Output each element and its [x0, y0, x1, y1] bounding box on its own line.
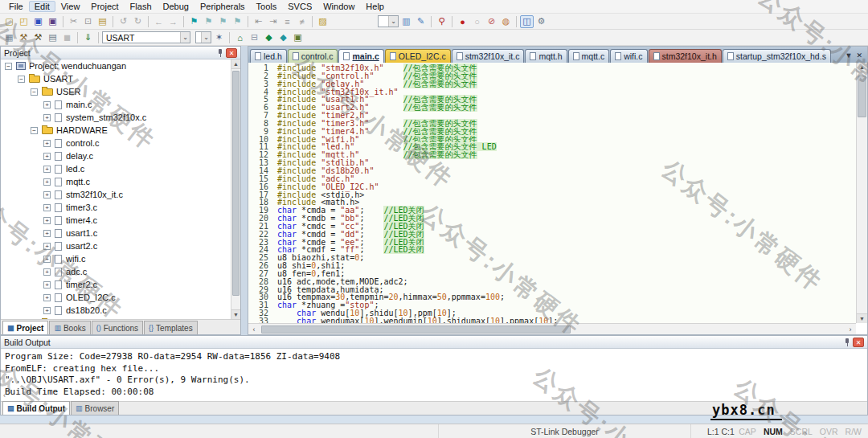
tree-item-timer4-c[interactable]: +timer4.c	[1, 214, 231, 227]
expander-icon[interactable]: +	[43, 153, 51, 160]
menu-tools[interactable]: Tools	[251, 1, 283, 12]
indent-icon[interactable]: ⇥	[266, 15, 280, 28]
target-dropdown[interactable]: ⌄	[195, 31, 211, 43]
menu-project[interactable]: Project	[85, 1, 124, 12]
breakpoint-enable-all-icon[interactable]: ◍	[499, 15, 513, 28]
options-for-target-icon[interactable]: ✶	[212, 31, 226, 44]
tree-item-timer2-c[interactable]: +timer2.c	[1, 278, 231, 291]
tree-item-system-stm32f10x-c[interactable]: +system_stm32f10x.c	[1, 111, 231, 124]
close-icon[interactable]: ✕	[226, 48, 237, 58]
panel-tab-build-output[interactable]: ▤Build Output	[2, 401, 70, 415]
paste-icon[interactable]: ▤	[96, 15, 109, 28]
scroll-left-icon[interactable]: ‹	[3, 391, 6, 399]
tab-list-icon[interactable]: ▼	[845, 51, 853, 59]
expander-icon[interactable]: +	[43, 243, 51, 250]
new-file-icon[interactable]: ▢	[2, 15, 16, 28]
tree-item-hardware[interactable]: −HARDWARE	[1, 124, 231, 137]
tree-item-usart1-c[interactable]: +usart1.c	[1, 227, 231, 239]
stop-build-icon[interactable]: ◼	[60, 31, 74, 44]
tab-close-icon[interactable]: ✕	[856, 51, 862, 59]
scrollbar-thumb[interactable]	[261, 325, 571, 334]
expander-icon[interactable]: −	[5, 63, 12, 70]
scroll-down-icon[interactable]: ▼	[231, 309, 240, 319]
select-software-packs-icon[interactable]: ◆	[276, 31, 290, 44]
runtime-environment-icon[interactable]: ◆	[262, 31, 276, 44]
panel-tab-project[interactable]: ▦Project	[2, 321, 48, 334]
tree-item-timer3-c[interactable]: +timer3.c	[1, 201, 231, 214]
tree-item-oled-i2c-c[interactable]: +OLED_I2C.c	[1, 291, 231, 304]
rebuild-icon[interactable]: ⚒	[31, 31, 45, 44]
expander-icon[interactable]: +	[43, 281, 51, 289]
expander-icon[interactable]: −	[31, 88, 38, 96]
configure-tools-icon[interactable]: ⚙	[534, 15, 548, 28]
menu-window[interactable]: Window	[317, 1, 360, 12]
code-line[interactable]: 33 char wendumax[10],wendumin[10],shidum…	[248, 317, 856, 323]
menu-flash[interactable]: Flash	[125, 1, 158, 12]
undo-icon[interactable]: ↺	[117, 15, 130, 28]
editor-tab-oled-i2c-c[interactable]: OLED_I2C.c	[385, 49, 451, 63]
editor-tab-startup-stm32f10x-hd-s[interactable]: startup_stm32f10x_hd.s	[723, 49, 831, 63]
tree-item-led-c[interactable]: +led.c	[1, 162, 231, 175]
expander-icon[interactable]: +	[43, 217, 51, 224]
save-all-icon[interactable]: ▣	[46, 15, 59, 28]
editor-vertical-scrollbar[interactable]: ▲ ▼	[856, 63, 867, 323]
tree-item-usart[interactable]: −USART	[1, 72, 231, 85]
build-icon[interactable]: ⚒	[17, 31, 31, 44]
panel-tab-functions[interactable]: ()Functions	[92, 321, 143, 334]
scrollbar-thumb[interactable]	[232, 71, 240, 296]
tree-item-wifi-c[interactable]: +wifi.c	[1, 252, 231, 265]
bookmark-toggle-icon[interactable]: ⚑	[187, 15, 201, 28]
expander-icon[interactable]: +	[43, 230, 51, 237]
tree-item-usart2-c[interactable]: +usart2.c	[1, 239, 231, 252]
chevron-down-icon[interactable]: ⌄	[388, 16, 398, 27]
tree-item-adc-c[interactable]: +adc.c	[1, 265, 231, 278]
expander-icon[interactable]: −	[18, 76, 25, 83]
project-tree-scrollbar[interactable]: ▲ ▼	[231, 59, 240, 319]
pin-icon[interactable]	[844, 338, 850, 346]
file-extensions-icon[interactable]: ⊟	[248, 31, 261, 44]
scroll-left-icon[interactable]: ‹	[248, 325, 260, 334]
editor-tab-main-c[interactable]: main.c	[338, 49, 383, 63]
menu-file[interactable]: File	[3, 1, 29, 12]
editor-tab-stm32f10x-it-c[interactable]: stm32f10x_it.c	[452, 49, 525, 63]
batch-build-icon[interactable]: ▤	[46, 31, 59, 44]
tree-item-ds18b20-c[interactable]: +ds18b20.c	[1, 304, 231, 317]
expander-icon[interactable]: +	[43, 140, 51, 147]
scrollbar-thumb[interactable]	[858, 76, 866, 117]
outdent-icon[interactable]: ⇤	[252, 15, 265, 28]
navigate-forward-icon[interactable]: →	[166, 15, 180, 28]
expander-icon[interactable]: +	[43, 256, 51, 263]
tree-item-user[interactable]: −USER	[1, 85, 231, 98]
configure-wizard-icon[interactable]: ▨	[316, 15, 330, 28]
chevron-down-icon[interactable]: ⌄	[180, 32, 190, 43]
breakpoint-kill-all-icon[interactable]: ⊘	[485, 15, 498, 28]
editor-tab-wifi-c[interactable]: wifi.c	[610, 49, 647, 63]
tree-item-main-c[interactable]: +main.c	[1, 98, 231, 111]
bookmark-prev-icon[interactable]: ⚑	[202, 15, 215, 28]
editor-tab-stm32f10x-it-h[interactable]: stm32f10x_it.h	[649, 49, 722, 63]
menu-view[interactable]: View	[55, 1, 86, 12]
expander-icon[interactable]: +	[43, 294, 51, 301]
editor-tab-mqtt-h[interactable]: mqtt.h	[525, 49, 567, 63]
incremental-find-icon[interactable]: ✎	[414, 15, 428, 28]
panel-tab-templates[interactable]: {}Templates	[144, 321, 198, 334]
comment-icon[interactable]: ≡	[280, 15, 294, 28]
expander-icon[interactable]: −	[31, 127, 38, 134]
expander-icon[interactable]: +	[43, 101, 51, 108]
breakpoint-disable-icon[interactable]: ○	[470, 15, 484, 28]
find-text-combobox[interactable]: ⌄	[378, 15, 399, 27]
pin-icon[interactable]	[217, 49, 223, 57]
copy-icon[interactable]: ⊡	[81, 15, 95, 28]
tree-item-control-c[interactable]: +control.c	[1, 137, 231, 149]
panel-splitter[interactable]	[241, 46, 248, 335]
menu-svcs[interactable]: SVCS	[282, 1, 317, 12]
expander-icon[interactable]: +	[43, 307, 51, 314]
expander-icon[interactable]: +	[43, 191, 51, 199]
translate-icon[interactable]: ▦	[2, 31, 16, 44]
redo-icon[interactable]: ↻	[131, 15, 145, 28]
expander-icon[interactable]: +	[43, 204, 51, 211]
save-icon[interactable]: ▣	[31, 15, 45, 28]
bookmark-clear-icon[interactable]: ⚑	[231, 15, 244, 28]
close-icon[interactable]: ✕	[853, 338, 864, 347]
tree-item-stm32f10x-it-c[interactable]: +stm32f10x_it.c	[1, 188, 231, 201]
